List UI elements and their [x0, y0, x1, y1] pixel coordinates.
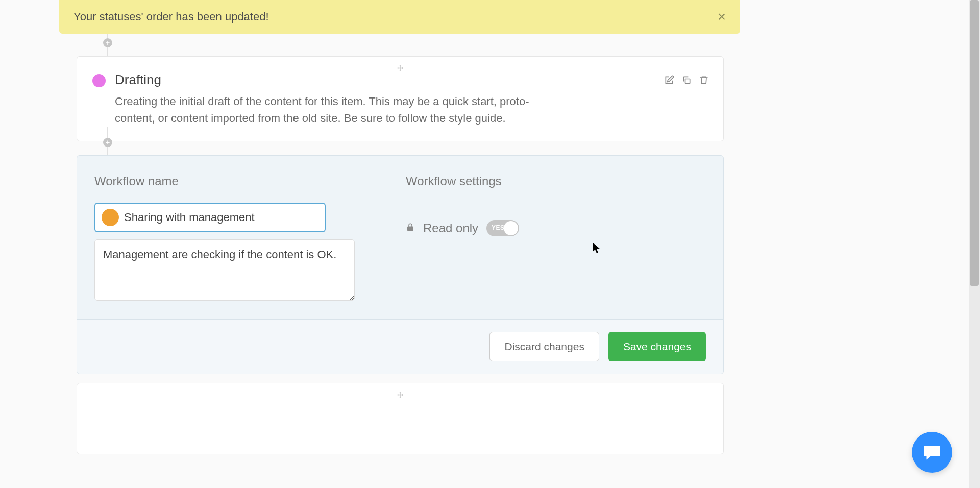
- readonly-toggle[interactable]: YES: [486, 220, 519, 236]
- status-editor-panel: Workflow name Workflow settings Read onl…: [77, 155, 724, 374]
- discard-button[interactable]: Discard changes: [489, 332, 599, 361]
- status-title: Drafting: [115, 72, 705, 88]
- scrollbar-track[interactable]: [969, 0, 980, 488]
- editor-footer: Discard changes Save changes: [77, 319, 723, 374]
- save-button[interactable]: Save changes: [608, 332, 706, 361]
- svg-rect-0: [685, 79, 690, 84]
- workflow-settings-label: Workflow settings: [406, 174, 706, 188]
- chat-button[interactable]: [912, 432, 952, 473]
- workflow-description-input[interactable]: [94, 239, 355, 301]
- workflow-name-input-wrap[interactable]: [94, 203, 326, 232]
- move-icon[interactable]: [396, 391, 405, 403]
- readonly-label: Read only: [423, 221, 478, 235]
- status-card: [77, 383, 724, 454]
- toggle-state-label: YES: [492, 224, 505, 231]
- add-status-button[interactable]: +: [103, 138, 112, 147]
- workflow-name-input[interactable]: [124, 211, 318, 224]
- alert-message: Your statuses' order has been updated!: [74, 10, 269, 23]
- move-icon[interactable]: [396, 64, 405, 76]
- scrollbar-thumb[interactable]: [970, 0, 979, 286]
- card-actions: [664, 75, 709, 85]
- add-status-button[interactable]: +: [103, 38, 112, 47]
- alert-banner: Your statuses' order has been updated! ×: [59, 0, 740, 34]
- close-icon[interactable]: ×: [718, 10, 726, 24]
- status-color-dot: [92, 74, 106, 87]
- edit-icon[interactable]: [664, 75, 674, 85]
- lock-icon: [406, 223, 415, 234]
- workflow-name-label: Workflow name: [94, 174, 355, 188]
- status-card-drafting: Drafting Creating the initial draft of t…: [77, 56, 724, 141]
- status-color-dot[interactable]: [102, 209, 119, 226]
- delete-icon[interactable]: [699, 75, 709, 85]
- status-description: Creating the initial draft of the conten…: [115, 93, 549, 127]
- toggle-knob: [504, 221, 518, 235]
- copy-icon[interactable]: [681, 75, 692, 85]
